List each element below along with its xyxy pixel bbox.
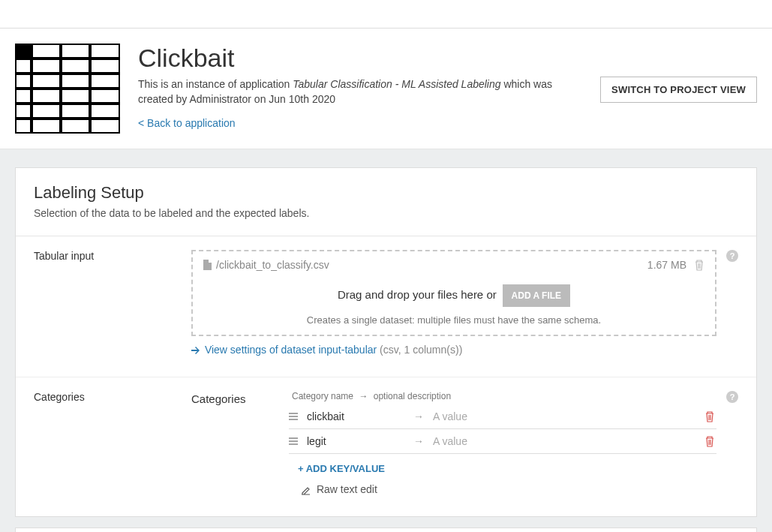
drop-text: Drag and drop your files here or xyxy=(338,288,497,301)
switch-to-project-view-button[interactable]: SWITCH TO PROJECT VIEW xyxy=(600,77,757,103)
drag-handle-icon[interactable] xyxy=(289,413,299,420)
edit-icon xyxy=(301,485,311,495)
body-area: Labeling Setup Selection of the data to … xyxy=(0,149,772,532)
dataset-meta: (csv, 1 column(s)) xyxy=(380,344,462,356)
uploaded-file-row: /clickbait_to_classify.csv 1.67 MB xyxy=(193,251,715,278)
delete-row-icon[interactable] xyxy=(704,435,716,447)
delete-row-icon[interactable] xyxy=(704,410,716,422)
page-header: Clickbait This is an instance of applica… xyxy=(0,29,772,149)
add-file-button[interactable]: ADD A FILE xyxy=(503,284,570,307)
drag-handle-icon[interactable] xyxy=(289,437,299,445)
panel-subtitle: Selection of the data to be labeled and … xyxy=(34,207,738,219)
section-label-categories: Categories xyxy=(34,391,191,495)
file-icon xyxy=(203,260,212,270)
page-title: Clickbait xyxy=(138,44,582,73)
section-label-tabular: Tabular input xyxy=(34,250,191,356)
view-dataset-settings-link[interactable]: View settings of dataset input-tabular xyxy=(205,344,377,356)
file-name: /clickbait_to_classify.csv xyxy=(216,259,647,271)
category-value-input[interactable] xyxy=(433,434,697,449)
add-key-value-button[interactable]: + ADD KEY/VALUE xyxy=(289,454,716,480)
help-icon[interactable]: ? xyxy=(726,391,738,403)
category-key-input[interactable] xyxy=(307,434,404,449)
raw-text-edit-button[interactable]: Raw text edit xyxy=(289,480,716,495)
categories-section: Categories Categories Category name → op… xyxy=(16,377,756,516)
top-bar xyxy=(0,0,772,29)
arrow-icon: → xyxy=(412,435,425,447)
next-panel-peek xyxy=(15,527,757,532)
page-subtitle: This is an instance of application Tabul… xyxy=(138,77,582,107)
tabular-input-section: Tabular input /clickbait_to_classify.csv… xyxy=(16,236,756,377)
delete-file-icon[interactable] xyxy=(694,259,704,271)
arrow-icon: → xyxy=(412,410,425,422)
back-to-application-link[interactable]: < Back to application xyxy=(138,117,236,129)
file-dropzone[interactable]: /clickbait_to_classify.csv 1.67 MB Drag … xyxy=(191,250,716,336)
category-value-input[interactable] xyxy=(433,409,697,424)
plus-icon: + xyxy=(298,463,304,474)
category-row: → xyxy=(289,429,716,454)
app-icon xyxy=(15,44,120,134)
categories-hint: Category name → optional description xyxy=(289,391,716,401)
svg-rect-9 xyxy=(15,44,32,59)
category-key-input[interactable] xyxy=(307,409,404,424)
category-row: → xyxy=(289,404,716,429)
drop-hint: Creates a single dataset: multiple files… xyxy=(193,310,715,335)
file-size: 1.67 MB xyxy=(647,259,686,271)
arrow-right-icon xyxy=(191,346,200,355)
labeling-setup-panel: Labeling Setup Selection of the data to … xyxy=(15,167,757,517)
panel-title: Labeling Setup xyxy=(34,183,738,203)
help-icon[interactable]: ? xyxy=(726,250,738,262)
categories-sub-label: Categories xyxy=(191,391,259,405)
